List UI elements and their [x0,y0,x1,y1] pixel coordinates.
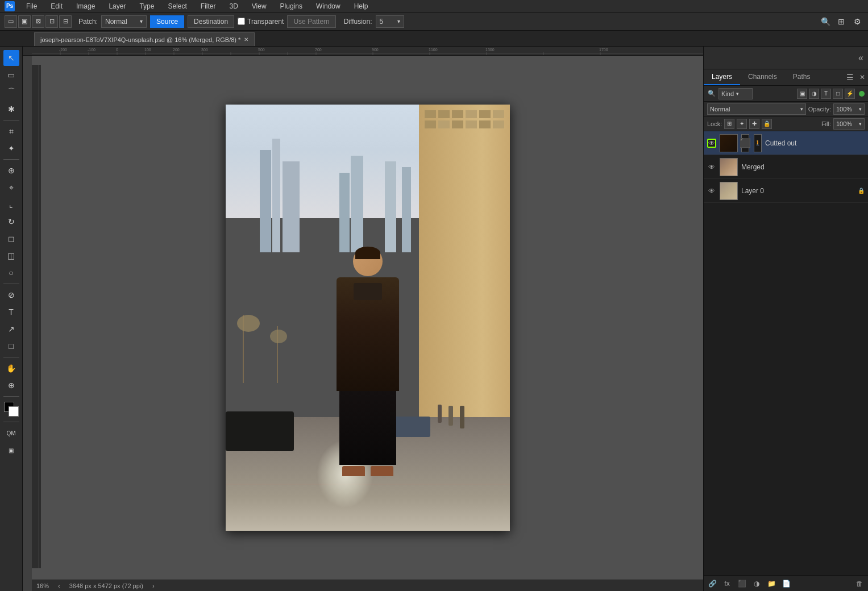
menu-window[interactable]: Window [314,1,343,11]
gradient-tool[interactable]: ◫ [3,248,19,264]
svg-text:-200: -200 [59,48,67,52]
lock-artboard-btn[interactable]: ✚ [749,119,759,129]
nav-prev[interactable]: ‹ [58,582,60,589]
crop-tool[interactable]: ⌗ [3,123,19,139]
menu-image[interactable]: Image [74,1,97,11]
close-tab-icon[interactable]: ✕ [244,36,248,43]
menu-help[interactable]: Help [352,1,371,11]
patch-icon-5[interactable]: ⊟ [59,15,72,28]
quick-mask-tool[interactable]: QM [3,425,19,441]
zoom-tool[interactable]: ⊕ [3,377,19,393]
background-color[interactable] [9,406,19,417]
svg-text:900: 900 [372,48,379,52]
layer-list: 👁 ⬛ 🚶 Cutted out 👁 [704,131,868,575]
search-icon-btn[interactable]: 🔍 [819,15,832,28]
pen-tool[interactable]: ⊘ [3,287,19,303]
svg-text:-100: -100 [88,48,95,52]
menu-type[interactable]: Type [137,1,156,11]
new-layer-btn[interactable]: 📄 [781,578,791,589]
collapse-panel-button[interactable]: « [858,53,863,63]
tab-channels[interactable]: Channels [740,69,785,85]
lock-pixels-btn[interactable]: ⊞ [724,119,734,129]
filter-shape-btn[interactable]: □ [833,89,843,99]
source-button[interactable]: Source [150,15,184,28]
new-group-btn[interactable]: 📁 [766,578,776,589]
menu-select[interactable]: Select [165,1,189,11]
move-tool[interactable]: ↖ [3,50,19,66]
tree-top-1 [237,315,260,332]
menu-plugins[interactable]: Plugins [278,1,305,11]
color-swatch[interactable] [4,402,19,417]
panel-close-button[interactable]: ✕ [857,69,868,85]
menu-view[interactable]: View [250,1,269,11]
menu-3d[interactable]: 3D [227,1,240,11]
menu-file[interactable]: File [24,1,39,11]
fill-label: Fill: [821,120,831,127]
svg-text:0: 0 [116,48,118,52]
filter-kind-dropdown[interactable]: Kind [719,88,753,99]
layer-visibility-eye-merged[interactable]: 👁 [707,163,716,172]
use-pattern-button[interactable]: Use Pattern [287,15,335,28]
destination-button[interactable]: Destination [188,15,234,28]
layer-lock-row: Lock: ⊞ ✦ ✚ 🔒 Fill: 100% [704,116,868,131]
arrange-icon-btn[interactable]: ⊞ [835,15,848,28]
document-tab[interactable]: joseph-pearson-E8ToV7XIP4Q-unsplash.psd … [34,32,255,46]
clone-tool[interactable]: ⌞ [3,197,19,213]
marquee-rect-tool[interactable]: ▭ [3,67,19,83]
opacity-value-dropdown[interactable]: 100% [833,103,865,115]
transparent-checkbox[interactable] [238,18,245,25]
patch-icon-4[interactable]: ⊡ [45,15,58,28]
menu-layer[interactable]: Layer [106,1,128,11]
bg-person-3 [438,405,442,423]
brush-tool[interactable]: ⌖ [3,180,19,195]
filter-pixel-btn[interactable]: ▣ [797,89,807,99]
healing-tool[interactable]: ⊕ [3,163,19,178]
ruler-top: -200 -100 0 100 200 300 500 [23,47,703,56]
layer-visibility-eye-layer0[interactable]: 👁 [707,186,716,195]
dodge-tool[interactable]: ○ [3,265,19,281]
menu-filter[interactable]: Filter [198,1,218,11]
canvas-area: -200 -100 0 100 200 300 500 [23,47,703,591]
patch-icon-3[interactable]: ⊠ [32,15,44,28]
layer-style-btn[interactable]: fx [722,578,732,589]
text-tool[interactable]: T [3,304,19,320]
link-layers-btn[interactable]: 🔗 [707,578,717,589]
eyedropper-tool[interactable]: ✦ [3,140,19,156]
settings-icon-btn[interactable]: ⚙ [851,15,863,28]
layer-item-layer0[interactable]: 👁 Layer 0 🔒 [704,179,868,203]
filter-smart-btn[interactable]: ⚡ [845,89,855,99]
layer-item-merged[interactable]: 👁 Merged [704,155,868,179]
patch-mode-dropdown[interactable]: Normal [101,15,147,28]
fill-value-dropdown[interactable]: 100% [833,118,865,130]
layer-lock-icon-layer0: 🔒 [858,188,865,194]
lock-all-btn[interactable]: 🔒 [762,119,772,129]
tab-paths[interactable]: Paths [785,69,819,85]
layer-item-cutted-out[interactable]: 👁 ⬛ 🚶 Cutted out [704,131,868,155]
quick-select-tool[interactable]: ✱ [3,101,19,117]
layer-visibility-eye-cutted-out[interactable]: 👁 [707,139,716,148]
eraser-tool[interactable]: ◻ [3,231,19,247]
new-adjustment-btn[interactable]: ◑ [751,578,762,589]
diffusion-value-dropdown[interactable]: 5 [376,15,404,28]
nav-next[interactable]: › [152,582,155,589]
hand-tool[interactable]: ✋ [3,360,19,376]
screen-mode-tool[interactable]: ▣ [3,442,19,458]
tab-layers[interactable]: Layers [704,69,740,85]
add-mask-btn[interactable]: ⬛ [737,578,747,589]
panel-menu-button[interactable]: ☰ [843,69,857,85]
delete-layer-btn[interactable]: 🗑 [854,578,865,589]
patch-icon-1[interactable]: ▭ [5,15,17,28]
main-layout: ↖ ▭ ⌒ ✱ ⌗ ✦ ⊕ ⌖ ⌞ ↻ ◻ ◫ ○ ⊘ T ↗ □ ✋ ⊕ QM… [0,47,868,591]
filter-adjust-btn[interactable]: ◑ [809,89,819,99]
path-select-tool[interactable]: ↗ [3,321,19,337]
shape-tool[interactable]: □ [3,338,19,354]
menu-edit[interactable]: Edit [48,1,65,11]
blend-mode-dropdown[interactable]: Normal [707,103,806,115]
history-brush-tool[interactable]: ↻ [3,214,19,230]
patch-icon-2[interactable]: ▣ [18,15,31,28]
canvas-viewport[interactable] [32,56,703,580]
lock-position-btn[interactable]: ✦ [737,119,747,129]
filter-type-btn[interactable]: T [821,89,831,99]
panel-header: « [704,47,868,69]
lasso-tool[interactable]: ⌒ [3,84,19,100]
